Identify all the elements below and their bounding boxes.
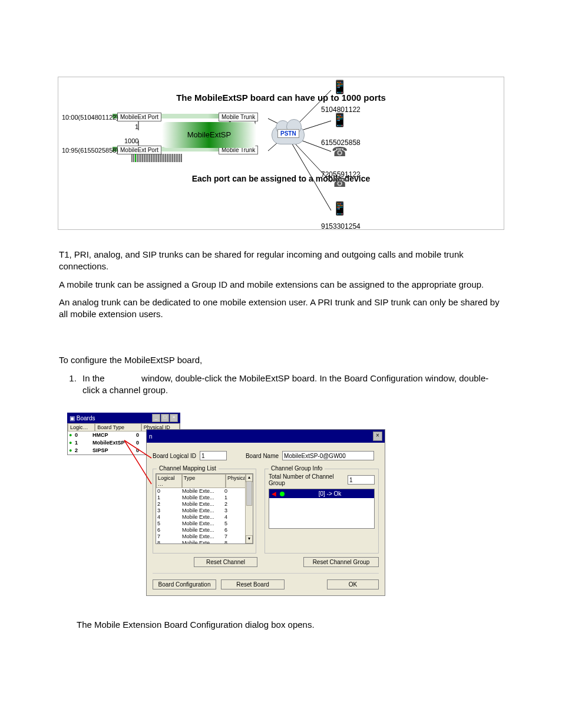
close-icon[interactable]: × [373, 431, 382, 441]
endpoint-b: 10:95(6155025858) [62, 147, 118, 154]
board-name-input[interactable] [282, 451, 374, 460]
ok-button[interactable]: OK [327, 579, 379, 589]
table-row[interactable]: 5Mobile Exte...5 [157, 521, 253, 527]
board-configuration-button[interactable]: Board Configuration [153, 579, 216, 589]
table-row[interactable]: 2Mobile Exte...2 [157, 501, 253, 508]
phone-icon: 📱 [332, 114, 348, 127]
table-row[interactable]: 1Mobile Exte...1 [157, 495, 253, 501]
board-logical-id-input[interactable] [200, 451, 227, 460]
reset-channel-button[interactable]: Reset Channel [194, 557, 257, 567]
total-groups-input[interactable] [348, 475, 375, 485]
channel-mapping-list: Channel Mapping List Logical … Type Phys… [153, 469, 256, 554]
paragraph: A mobile trunk can be assigned a Group I… [59, 279, 503, 291]
label-board-name: Board Name [246, 453, 279, 459]
step-1: In the window, double-click the MobileEx… [79, 373, 503, 397]
deskphone-icon: ☎ [332, 146, 348, 159]
pbx-comb-icon [131, 154, 184, 162]
scrollbar[interactable]: ▴ ▾ [245, 474, 253, 543]
mobileextsp-diagram: The MobileExtSP board can have up to 100… [58, 77, 504, 230]
label-total-groups: Total Number of Channel Group [269, 473, 348, 486]
table-row[interactable]: 7Mobile Exte...7 [157, 533, 253, 540]
table-row[interactable]: 6Mobile Exte...6 [157, 527, 253, 533]
configure-heading: To configure the MobileExtSP board, [59, 354, 503, 366]
board-config-dialog: n × Board Logical ID Board Name Channel … [146, 429, 385, 596]
boards-titlebar[interactable]: ▣ Boards _ □ × [67, 413, 180, 423]
step-text: window, double-click the MobileExtSP boa… [82, 373, 488, 395]
dialog-title-text: n [149, 433, 153, 440]
table-row[interactable]: 8Mobile Exte...8 [157, 540, 253, 544]
table-row[interactable]: 4Mobile Exte...4 [157, 514, 253, 521]
paragraph: An analog trunk can be dedicated to one … [59, 297, 503, 321]
port-label-b: MobileExt Port [117, 146, 161, 154]
phone-number: 7205591122 [321, 170, 361, 179]
col-logical[interactable]: Logical … [156, 474, 182, 488]
post-dialog-text: The Mobile Extension Board Configuration… [77, 620, 503, 630]
step-text: In the [82, 373, 105, 383]
endpoint-a: 10:00(5104801122) [62, 114, 118, 121]
col-logic[interactable]: Logic… [68, 423, 95, 431]
phone-number: 6155025858 [321, 139, 361, 147]
count-bot: 1000 [124, 137, 138, 144]
close-icon[interactable]: × [170, 414, 178, 422]
maximize-icon[interactable]: □ [161, 414, 169, 422]
col-type[interactable]: Type [182, 474, 226, 488]
phone-icon: 📱 [332, 81, 348, 94]
boards-title-text: Boards [77, 415, 95, 421]
scroll-down-icon[interactable]: ▾ [246, 535, 253, 543]
dialog-titlebar[interactable]: n × [147, 430, 385, 443]
phone-number: 9153301254 [321, 222, 361, 230]
status-led-icon [280, 492, 285, 496]
group-title: Channel Group Info [269, 465, 325, 472]
diagram-subtitle: Each port can be assigned to a mobile de… [58, 174, 504, 183]
selected-group[interactable]: [0] -> Ok [288, 490, 372, 497]
reset-board-button[interactable]: Reset Board [221, 579, 285, 589]
trunk-label-a: Mobile Trunk [219, 113, 258, 121]
col-type[interactable]: Board Type [95, 423, 141, 431]
channel-table[interactable]: Logical … Type Physical… 0Mobile Exte...… [156, 473, 253, 544]
channel-group-info: Channel Group Info Total Number of Chann… [265, 469, 379, 554]
table-row[interactable]: 0Mobile Exte...0 [157, 488, 253, 495]
count-top: 1 [135, 123, 138, 130]
pstn-label: PSTN [277, 129, 299, 138]
phone-icon: 📱 [332, 202, 348, 215]
diagram-title: The MobileExtSP board can have up to 100… [58, 93, 504, 103]
paragraph: T1, PRI, analog, and SIP trunks can be s… [59, 249, 503, 273]
port-label-a: MobileExt Port [117, 113, 161, 121]
table-row[interactable]: 3Mobile Exte...3 [157, 508, 253, 514]
mobileextsp-box: MobileExtSP [162, 122, 256, 148]
minimize-icon[interactable]: _ [152, 414, 160, 422]
reset-channel-group-button[interactable]: Reset Channel Group [303, 557, 379, 567]
group-title: Channel Mapping List [157, 465, 219, 472]
scroll-thumb[interactable] [246, 481, 252, 506]
label-board-logical-id: Board Logical ID [153, 453, 196, 459]
channel-group-list[interactable]: ◀ [0] -> Ok [269, 489, 375, 529]
phone-number: 5104801122 [321, 106, 361, 114]
